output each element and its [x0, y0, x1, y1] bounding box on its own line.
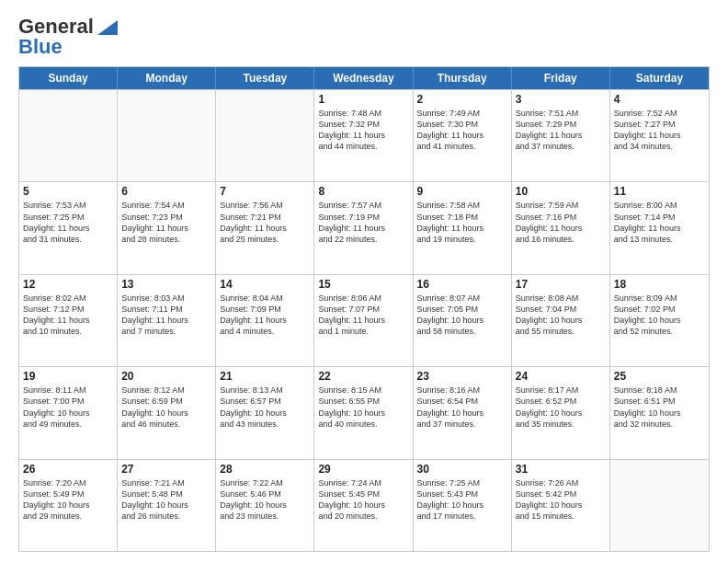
day-cell-21: 21Sunrise: 8:13 AM Sunset: 6:57 PM Dayli… [216, 367, 314, 458]
day-info: Sunrise: 7:24 AM Sunset: 5:45 PM Dayligh… [318, 477, 408, 523]
day-number: 30 [417, 463, 507, 476]
day-info: Sunrise: 7:48 AM Sunset: 7:32 PM Dayligh… [318, 108, 408, 153]
day-number: 29 [318, 463, 408, 476]
day-info: Sunrise: 8:18 AM Sunset: 6:51 PM Dayligh… [614, 385, 705, 430]
header: General Blue [18, 15, 710, 59]
day-number: 20 [121, 370, 211, 383]
day-cell-18: 18Sunrise: 8:09 AM Sunset: 7:02 PM Dayli… [610, 275, 709, 366]
day-number: 7 [220, 185, 310, 198]
day-info: Sunrise: 7:25 AM Sunset: 5:43 PM Dayligh… [417, 477, 507, 523]
day-cell-17: 17Sunrise: 8:08 AM Sunset: 7:04 PM Dayli… [512, 275, 610, 366]
day-cell-4: 4Sunrise: 7:52 AM Sunset: 7:27 PM Daylig… [610, 90, 709, 181]
day-info: Sunrise: 7:49 AM Sunset: 7:30 PM Dayligh… [417, 108, 507, 153]
logo: General Blue [18, 15, 118, 59]
day-info: Sunrise: 7:54 AM Sunset: 7:23 PM Dayligh… [121, 200, 211, 245]
day-number: 13 [121, 278, 211, 291]
week-row-3: 12Sunrise: 8:02 AM Sunset: 7:12 PM Dayli… [19, 274, 709, 366]
calendar-header: SundayMondayTuesdayWednesdayThursdayFrid… [19, 67, 709, 89]
day-cell-31: 31Sunrise: 7:26 AM Sunset: 5:42 PM Dayli… [512, 460, 610, 551]
day-cell-24: 24Sunrise: 8:17 AM Sunset: 6:52 PM Dayli… [512, 367, 610, 458]
day-cell-2: 2Sunrise: 7:49 AM Sunset: 7:30 PM Daylig… [414, 90, 512, 181]
day-cell-29: 29Sunrise: 7:24 AM Sunset: 5:45 PM Dayli… [314, 460, 413, 551]
day-info: Sunrise: 8:02 AM Sunset: 7:12 PM Dayligh… [23, 293, 113, 338]
week-row-4: 19Sunrise: 8:11 AM Sunset: 7:00 PM Dayli… [19, 366, 709, 458]
week-row-2: 5Sunrise: 7:53 AM Sunset: 7:25 PM Daylig… [19, 181, 709, 273]
day-number: 14 [220, 278, 310, 291]
day-info: Sunrise: 8:07 AM Sunset: 7:05 PM Dayligh… [417, 293, 507, 338]
day-cell-5: 5Sunrise: 7:53 AM Sunset: 7:25 PM Daylig… [19, 182, 118, 273]
day-info: Sunrise: 8:09 AM Sunset: 7:02 PM Dayligh… [614, 293, 705, 338]
day-number: 15 [318, 278, 408, 291]
day-number: 9 [417, 185, 507, 198]
day-info: Sunrise: 8:17 AM Sunset: 6:52 PM Dayligh… [516, 385, 606, 430]
day-info: Sunrise: 8:06 AM Sunset: 7:07 PM Dayligh… [318, 293, 408, 338]
day-cell-9: 9Sunrise: 7:58 AM Sunset: 7:18 PM Daylig… [414, 182, 512, 273]
day-cell-19: 19Sunrise: 8:11 AM Sunset: 7:00 PM Dayli… [19, 367, 118, 458]
day-cell-1: 1Sunrise: 7:48 AM Sunset: 7:32 PM Daylig… [314, 90, 413, 181]
weekday-header-friday: Friday [512, 67, 610, 89]
day-number: 10 [516, 185, 606, 198]
day-number: 3 [516, 93, 606, 106]
day-info: Sunrise: 8:08 AM Sunset: 7:04 PM Dayligh… [516, 293, 606, 338]
day-info: Sunrise: 7:52 AM Sunset: 7:27 PM Dayligh… [614, 108, 705, 153]
day-info: Sunrise: 7:21 AM Sunset: 5:48 PM Dayligh… [121, 477, 211, 523]
day-number: 27 [121, 463, 211, 476]
day-cell-3: 3Sunrise: 7:51 AM Sunset: 7:29 PM Daylig… [512, 90, 610, 181]
day-cell-11: 11Sunrise: 8:00 AM Sunset: 7:14 PM Dayli… [610, 182, 709, 273]
day-cell-28: 28Sunrise: 7:22 AM Sunset: 5:46 PM Dayli… [216, 460, 314, 551]
day-cell-15: 15Sunrise: 8:06 AM Sunset: 7:07 PM Dayli… [314, 275, 413, 366]
day-number: 21 [220, 370, 310, 383]
day-cell-27: 27Sunrise: 7:21 AM Sunset: 5:48 PM Dayli… [118, 460, 216, 551]
weekday-header-monday: Monday [118, 67, 216, 89]
day-info: Sunrise: 8:13 AM Sunset: 6:57 PM Dayligh… [220, 385, 310, 430]
day-info: Sunrise: 7:22 AM Sunset: 5:46 PM Dayligh… [220, 477, 310, 523]
day-info: Sunrise: 8:16 AM Sunset: 6:54 PM Dayligh… [417, 385, 507, 430]
logo-icon [97, 20, 118, 35]
day-number: 28 [220, 463, 310, 476]
day-cell-22: 22Sunrise: 8:15 AM Sunset: 6:55 PM Dayli… [314, 367, 413, 458]
day-cell-16: 16Sunrise: 8:07 AM Sunset: 7:05 PM Dayli… [414, 275, 512, 366]
day-cell-25: 25Sunrise: 8:18 AM Sunset: 6:51 PM Dayli… [610, 367, 709, 458]
day-number: 18 [614, 278, 705, 291]
day-cell-12: 12Sunrise: 8:02 AM Sunset: 7:12 PM Dayli… [19, 275, 118, 366]
day-info: Sunrise: 7:59 AM Sunset: 7:16 PM Dayligh… [516, 200, 606, 245]
day-number: 5 [23, 185, 113, 198]
day-cell-20: 20Sunrise: 8:12 AM Sunset: 6:59 PM Dayli… [118, 367, 216, 458]
empty-cell [19, 90, 118, 181]
day-info: Sunrise: 8:03 AM Sunset: 7:11 PM Dayligh… [121, 293, 211, 338]
day-number: 25 [614, 370, 705, 383]
day-info: Sunrise: 8:12 AM Sunset: 6:59 PM Dayligh… [121, 385, 211, 430]
weekday-header-wednesday: Wednesday [314, 67, 413, 89]
day-number: 6 [121, 185, 211, 198]
day-number: 24 [516, 370, 606, 383]
day-number: 19 [23, 370, 113, 383]
logo-blue: Blue [18, 35, 63, 59]
weekday-header-thursday: Thursday [414, 67, 512, 89]
day-info: Sunrise: 8:04 AM Sunset: 7:09 PM Dayligh… [220, 293, 310, 338]
day-number: 26 [23, 463, 113, 476]
day-info: Sunrise: 7:51 AM Sunset: 7:29 PM Dayligh… [516, 108, 606, 153]
day-info: Sunrise: 8:00 AM Sunset: 7:14 PM Dayligh… [614, 200, 705, 245]
day-number: 17 [516, 278, 606, 291]
day-info: Sunrise: 8:15 AM Sunset: 6:55 PM Dayligh… [318, 385, 408, 430]
day-number: 11 [614, 185, 705, 198]
page: General Blue SundayMondayTuesdayWednesda… [0, 0, 728, 563]
day-cell-23: 23Sunrise: 8:16 AM Sunset: 6:54 PM Dayli… [414, 367, 512, 458]
day-cell-6: 6Sunrise: 7:54 AM Sunset: 7:23 PM Daylig… [118, 182, 216, 273]
day-info: Sunrise: 7:26 AM Sunset: 5:42 PM Dayligh… [516, 477, 606, 523]
empty-cell [610, 460, 709, 551]
svg-marker-0 [97, 20, 118, 35]
day-info: Sunrise: 7:20 AM Sunset: 5:49 PM Dayligh… [23, 477, 113, 523]
day-cell-26: 26Sunrise: 7:20 AM Sunset: 5:49 PM Dayli… [19, 460, 118, 551]
day-cell-10: 10Sunrise: 7:59 AM Sunset: 7:16 PM Dayli… [512, 182, 610, 273]
empty-cell [216, 90, 314, 181]
day-info: Sunrise: 7:58 AM Sunset: 7:18 PM Dayligh… [417, 200, 507, 245]
day-cell-13: 13Sunrise: 8:03 AM Sunset: 7:11 PM Dayli… [118, 275, 216, 366]
calendar-body: 1Sunrise: 7:48 AM Sunset: 7:32 PM Daylig… [19, 89, 709, 551]
day-number: 4 [614, 93, 705, 106]
day-cell-14: 14Sunrise: 8:04 AM Sunset: 7:09 PM Dayli… [216, 275, 314, 366]
day-info: Sunrise: 7:56 AM Sunset: 7:21 PM Dayligh… [220, 200, 310, 245]
week-row-5: 26Sunrise: 7:20 AM Sunset: 5:49 PM Dayli… [19, 459, 709, 551]
day-info: Sunrise: 7:53 AM Sunset: 7:25 PM Dayligh… [23, 200, 113, 245]
day-info: Sunrise: 7:57 AM Sunset: 7:19 PM Dayligh… [318, 200, 408, 245]
